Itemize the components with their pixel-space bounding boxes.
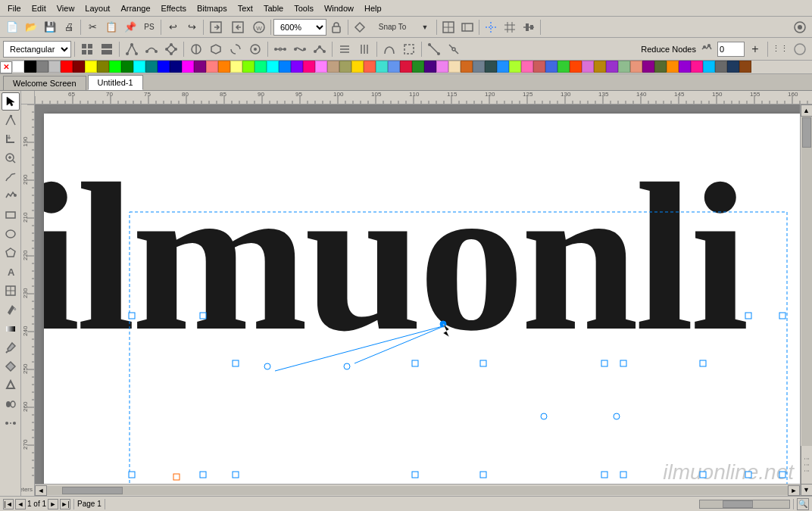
smart-fill-tool[interactable] <box>2 357 20 375</box>
color-swatch-1[interactable] <box>24 61 36 73</box>
node-btn5[interactable] <box>207 40 225 58</box>
prev-page-btn[interactable]: ◄ <box>15 499 26 509</box>
elastic-mode-btn[interactable] <box>380 40 398 58</box>
align-button[interactable] <box>520 18 538 36</box>
color-swatch-53[interactable] <box>654 61 667 73</box>
select-all-btn[interactable] <box>400 40 418 58</box>
scroll-down-btn[interactable]: ▼ <box>801 484 813 496</box>
crop-tool[interactable] <box>2 130 20 148</box>
color-swatch-7[interactable] <box>97 61 109 73</box>
smart-drawing-tool[interactable] <box>2 187 20 205</box>
export-button[interactable] <box>228 18 249 36</box>
color-swatch-10[interactable] <box>133 61 145 73</box>
color-swatch-4[interactable] <box>61 61 73 73</box>
color-swatch-30[interactable] <box>376 61 388 73</box>
color-swatch-34[interactable] <box>424 61 436 73</box>
color-swatch-46[interactable] <box>570 61 582 73</box>
reduce-nodes-input[interactable] <box>717 42 745 57</box>
eyedropper-tool[interactable] <box>2 338 20 357</box>
freehand-tool[interactable] <box>2 168 20 186</box>
shape-select[interactable]: Rectangular Rounded Freehand <box>3 41 71 58</box>
menu-text[interactable]: Text <box>233 2 258 14</box>
scroll-left-btn[interactable]: ◄ <box>35 485 47 496</box>
fill-tool[interactable] <box>2 301 20 319</box>
color-swatch-9[interactable] <box>121 61 133 73</box>
more-options-btn[interactable]: ⋮⋮ <box>771 40 789 58</box>
color-swatch-16[interactable] <box>206 61 218 73</box>
color-swatch-11[interactable] <box>145 61 158 73</box>
ellipse-tool[interactable] <box>2 225 20 243</box>
color-swatch-0[interactable] <box>12 61 24 73</box>
node-edit-tool[interactable] <box>2 111 20 129</box>
color-swatch-60[interactable] <box>739 61 751 73</box>
color-swatch-27[interactable] <box>339 61 351 73</box>
tab-welcome-screen[interactable]: Welcome Screen <box>3 76 86 90</box>
zoom-lock-button[interactable] <box>327 18 345 36</box>
last-page-btn[interactable]: ►| <box>60 499 70 509</box>
menu-view[interactable]: View <box>52 2 80 14</box>
color-swatch-56[interactable] <box>691 61 703 73</box>
guidelines-button[interactable] <box>482 18 500 36</box>
node-tool-btn3[interactable] <box>162 40 180 58</box>
color-swatch-52[interactable] <box>642 61 654 73</box>
new-button[interactable]: 📄 <box>3 18 21 36</box>
first-page-btn[interactable]: |◄ <box>3 499 14 509</box>
menu-effects[interactable]: Effects <box>157 2 191 14</box>
menu-window[interactable]: Window <box>320 2 358 14</box>
node-btn8[interactable] <box>271 40 289 58</box>
color-swatch-59[interactable] <box>727 61 739 73</box>
horizontal-scrollbar[interactable]: ◄ ► <box>35 484 800 496</box>
color-swatch-28[interactable] <box>351 61 364 73</box>
undo-button[interactable]: ↩ <box>164 18 182 36</box>
node-btn4[interactable] <box>187 40 205 58</box>
publish-button[interactable]: W <box>250 18 268 36</box>
color-swatch-54[interactable] <box>667 61 679 73</box>
color-swatch-48[interactable] <box>594 61 606 73</box>
color-swatch-39[interactable] <box>485 61 497 73</box>
close-toolbar-btn[interactable] <box>791 40 809 58</box>
color-swatch-17[interactable] <box>218 61 230 73</box>
color-swatch-42[interactable] <box>521 61 533 73</box>
color-swatch-25[interactable] <box>315 61 327 73</box>
join-btn[interactable] <box>425 40 443 58</box>
color-swatch-15[interactable] <box>194 61 206 73</box>
zoom-out-status-btn[interactable]: 🔍 <box>797 498 809 510</box>
scroll-up-btn[interactable]: ▲ <box>801 104 813 117</box>
menu-table[interactable]: Table <box>259 2 288 14</box>
polygon-tool[interactable] <box>2 244 20 262</box>
node-btn9[interactable] <box>291 40 309 58</box>
color-swatch-23[interactable] <box>291 61 303 73</box>
menu-edit[interactable]: Edit <box>27 2 51 14</box>
node-btn10[interactable] <box>311 40 329 58</box>
table-tool[interactable] <box>2 282 20 300</box>
no-color-swatch[interactable]: ✕ <box>0 61 12 73</box>
reduce-nodes-add-btn[interactable]: + <box>746 40 764 58</box>
redo-button[interactable]: ↪ <box>183 18 201 36</box>
color-swatch-5[interactable] <box>73 61 85 73</box>
vertical-scrollbar[interactable]: ▲ ⋮⋮⋮ ▼ <box>800 104 812 496</box>
import-button[interactable] <box>206 18 227 36</box>
view-button2[interactable] <box>458 18 476 36</box>
color-swatch-3[interactable] <box>48 61 61 73</box>
snap-to-button[interactable]: Snap To <box>370 18 415 36</box>
color-swatch-8[interactable] <box>109 61 121 73</box>
color-swatch-29[interactable] <box>364 61 376 73</box>
break-btn[interactable] <box>445 40 463 58</box>
color-swatch-21[interactable] <box>267 61 279 73</box>
menu-help[interactable]: Help <box>360 2 386 14</box>
color-swatch-14[interactable] <box>182 61 194 73</box>
tab-untitled1[interactable]: Untitled-1 <box>88 75 143 90</box>
color-swatch-57[interactable] <box>703 61 715 73</box>
color-swatch-38[interactable] <box>473 61 485 73</box>
color-swatch-40[interactable] <box>497 61 509 73</box>
fill-grid-button[interactable] <box>78 40 96 58</box>
open-button[interactable]: 📂 <box>22 18 40 36</box>
color-swatch-55[interactable] <box>679 61 691 73</box>
color-swatch-31[interactable] <box>388 61 400 73</box>
node-tool-btn2[interactable] <box>142 40 161 58</box>
color-swatch-19[interactable] <box>242 61 255 73</box>
copy-button[interactable]: 📋 <box>102 18 120 36</box>
view-button1[interactable] <box>439 18 458 36</box>
snap-arrow[interactable]: ▼ <box>416 18 434 36</box>
node-tool-btn1[interactable] <box>123 40 141 58</box>
